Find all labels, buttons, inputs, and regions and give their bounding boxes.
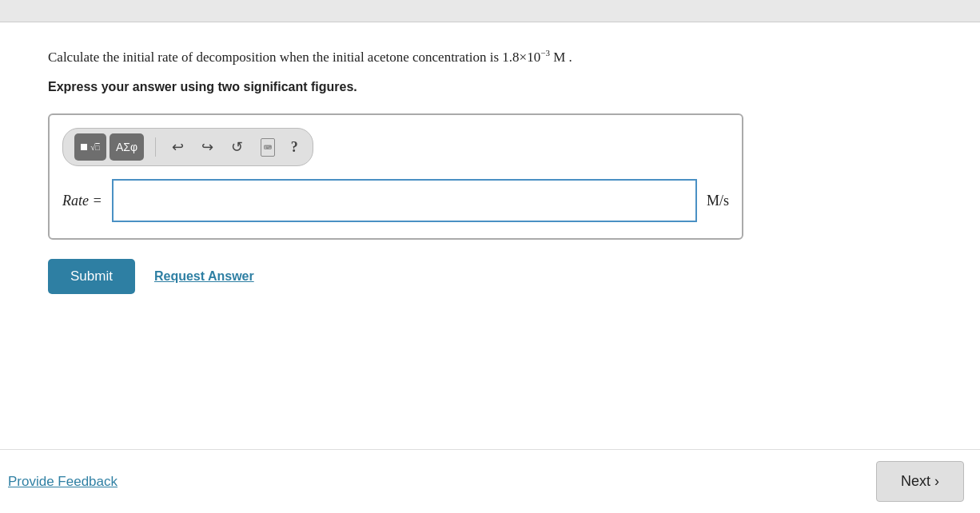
top-bar: [0, 0, 980, 22]
next-label: Next ›: [901, 473, 939, 490]
next-button[interactable]: Next ›: [876, 461, 964, 502]
undo-icon: ↩: [172, 138, 184, 156]
symbol-button[interactable]: ΑΣφ: [110, 133, 144, 161]
answer-input[interactable]: [112, 179, 697, 222]
question-main-text: Calculate the initial rate of decomposit…: [48, 50, 540, 65]
question-text: Calculate the initial rate of decomposit…: [48, 46, 932, 67]
bottom-bar: Provide Feedback Next ›: [0, 449, 980, 513]
provide-feedback-label: Provide Feedback: [8, 474, 118, 489]
question-superscript: −3: [540, 48, 550, 58]
keyboard-button[interactable]: ⌨: [256, 133, 280, 161]
submit-button[interactable]: Submit: [48, 259, 135, 294]
rate-label: Rate =: [62, 193, 102, 209]
main-content: Calculate the initial rate of decomposit…: [0, 22, 980, 470]
toolbar: √□ ΑΣφ ↩ ↪ ↺ ⌨ ?: [62, 128, 313, 166]
action-row: Submit Request Answer: [48, 259, 932, 294]
toolbar-divider: [155, 137, 156, 157]
question-unit: M: [553, 50, 565, 65]
redo-button[interactable]: ↪: [197, 133, 218, 161]
math-template-icon: √□: [81, 142, 99, 152]
answer-box: √□ ΑΣφ ↩ ↪ ↺ ⌨ ? Rate =: [48, 113, 743, 240]
undo-button[interactable]: ↩: [167, 133, 189, 161]
instruction-text: Express your answer using two significan…: [48, 80, 932, 94]
submit-label: Submit: [70, 268, 113, 284]
toolbar-btn-group: √□ ΑΣφ: [74, 133, 144, 161]
question-period: .: [569, 50, 572, 65]
unit-label: M/s: [707, 193, 729, 209]
provide-feedback-button[interactable]: Provide Feedback: [8, 474, 118, 490]
keyboard-icon: ⌨: [261, 138, 275, 157]
refresh-button[interactable]: ↺: [226, 133, 248, 161]
symbol-icon: ΑΣφ: [116, 141, 137, 153]
input-row: Rate = M/s: [62, 179, 729, 222]
redo-icon: ↪: [201, 138, 213, 156]
request-answer-label: Request Answer: [154, 269, 254, 283]
refresh-icon: ↺: [231, 138, 243, 156]
math-template-button[interactable]: √□: [74, 133, 106, 161]
request-answer-button[interactable]: Request Answer: [154, 269, 254, 284]
help-icon: ?: [288, 139, 301, 156]
